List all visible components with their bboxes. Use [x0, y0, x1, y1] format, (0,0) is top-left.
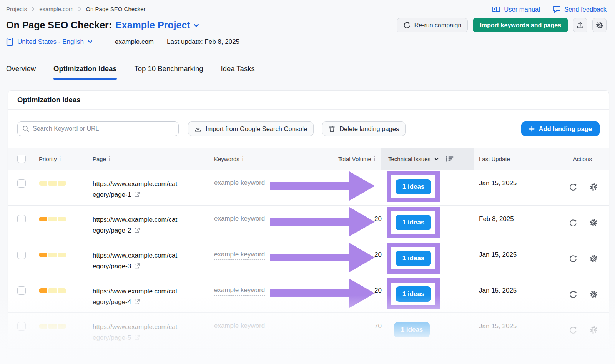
- row-refresh-icon[interactable]: [569, 183, 577, 191]
- tab-overview[interactable]: Overview: [6, 62, 36, 79]
- tab-idea-tasks[interactable]: Idea Tasks: [221, 62, 255, 79]
- last-update-value: Feb 8, 2025: [469, 206, 546, 223]
- page-url-link[interactable]: https://www.example.com/category/page-3: [93, 252, 177, 270]
- row-settings-icon[interactable]: [589, 254, 598, 263]
- delete-landing-pages-button[interactable]: Delete landing pages: [322, 121, 406, 136]
- rerun-campaign-button[interactable]: Re-run campaign: [397, 18, 468, 32]
- column-header-total-volume[interactable]: Total Volumei: [329, 156, 375, 162]
- row-checkbox[interactable]: [17, 322, 26, 331]
- column-header-technical-issues[interactable]: Technical Issues: [375, 148, 469, 170]
- chevron-right-icon: [78, 7, 81, 12]
- ideas-button[interactable]: 1 ideas: [396, 251, 431, 266]
- external-link-icon[interactable]: [134, 334, 140, 341]
- external-link-icon[interactable]: [134, 191, 140, 198]
- tab-label: Optimization Ideas: [53, 65, 116, 73]
- column-header-keywords[interactable]: Keywordsi: [214, 156, 329, 162]
- row-refresh-icon[interactable]: [569, 326, 577, 334]
- project-selector[interactable]: Example Project: [115, 20, 199, 31]
- row-checkbox[interactable]: [17, 251, 26, 259]
- row-settings-icon[interactable]: [589, 218, 598, 227]
- chevron-down-icon: [88, 40, 93, 43]
- annotation-frame: 1 ideas: [387, 278, 440, 309]
- info-icon[interactable]: i: [109, 156, 110, 162]
- import-gsc-button[interactable]: Import from Google Search Console: [188, 121, 314, 136]
- page-url-link[interactable]: https://www.example.com/category/page-2: [93, 216, 177, 234]
- search-box: [17, 121, 179, 136]
- tab-optimization-ideas[interactable]: Optimization Ideas: [53, 62, 116, 79]
- page-url-link[interactable]: https://www.example.com/category/page-1: [93, 180, 177, 198]
- search-input[interactable]: [33, 125, 174, 132]
- info-icon[interactable]: i: [60, 156, 61, 162]
- ideas-button[interactable]: 1 ideas: [396, 286, 431, 302]
- row-checkbox[interactable]: [17, 179, 26, 188]
- last-update-label: Last update: Feb 8, 2025: [167, 38, 239, 46]
- external-link-icon[interactable]: [134, 227, 140, 234]
- info-icon[interactable]: i: [242, 156, 243, 162]
- tab-label: Top 10 Benchmarking: [135, 65, 203, 73]
- page-title-text: On Page SEO Checker:: [6, 20, 112, 31]
- tab-top10-benchmarking[interactable]: Top 10 Benchmarking: [135, 62, 203, 79]
- last-update-value: Jan 15, 2025: [469, 313, 546, 330]
- send-feedback-link[interactable]: Send feedback: [553, 6, 607, 13]
- ideas-button[interactable]: 1 ideas: [396, 215, 431, 230]
- breadcrumb: Projects example.com On Page SEO Checker: [6, 6, 145, 12]
- column-header-priority[interactable]: Priorityi: [39, 156, 93, 162]
- keyword-link[interactable]: example keyword: [214, 286, 265, 296]
- breadcrumb-domain[interactable]: example.com: [39, 6, 73, 12]
- ideas-button[interactable]: 1 ideas: [396, 179, 431, 194]
- page-title: On Page SEO Checker: Example Project: [6, 20, 199, 31]
- column-header-page[interactable]: Pagei: [93, 156, 214, 162]
- export-button[interactable]: [573, 18, 587, 32]
- row-checkbox[interactable]: [17, 286, 26, 295]
- keyword-link[interactable]: example keyword: [214, 179, 265, 188]
- total-volume-value: [336, 170, 382, 180]
- keyword-link[interactable]: example keyword: [214, 322, 265, 331]
- gear-icon: [595, 21, 603, 29]
- breadcrumb-projects[interactable]: Projects: [6, 6, 27, 12]
- domain-label: example.com: [115, 38, 154, 46]
- row-settings-icon[interactable]: [589, 326, 598, 334]
- keyword-link[interactable]: example keyword: [214, 215, 265, 224]
- column-header-actions: Actions: [546, 156, 600, 162]
- add-landing-page-button[interactable]: Add landing page: [521, 121, 600, 136]
- device-icon: [6, 37, 13, 46]
- priority-indicator: [39, 253, 93, 257]
- row-refresh-icon[interactable]: [569, 218, 577, 227]
- add-landing-page-label: Add landing page: [539, 125, 592, 133]
- meta-row: United States - English example.com Last…: [0, 32, 615, 46]
- row-checkbox[interactable]: [17, 215, 26, 223]
- chevron-down-icon: [434, 157, 439, 161]
- row-refresh-icon[interactable]: [569, 290, 577, 299]
- page-url-link[interactable]: https://www.example.com/category/page-5: [93, 323, 177, 341]
- locale-selector[interactable]: United States - English: [6, 37, 93, 46]
- plus-icon: [529, 126, 535, 132]
- import-keywords-button[interactable]: Import keywords and pages: [473, 18, 568, 32]
- ideas-button[interactable]: 1 ideas: [394, 322, 430, 337]
- settings-button[interactable]: [592, 18, 607, 32]
- row-settings-icon[interactable]: [589, 183, 598, 191]
- chevron-right-icon: [32, 7, 35, 12]
- external-link-icon[interactable]: [134, 263, 140, 269]
- column-header-last-update[interactable]: Last Update: [469, 156, 546, 162]
- external-link-icon[interactable]: [134, 299, 140, 305]
- total-volume-value: 70: [336, 313, 382, 330]
- row-settings-icon[interactable]: [589, 290, 598, 299]
- title-row: On Page SEO Checker: Example Project Re-…: [0, 13, 615, 32]
- page-url-link[interactable]: https://www.example.com/category/page-4: [93, 288, 177, 306]
- table-row: https://www.example.com/category/page-3 …: [8, 241, 609, 277]
- top-bar: Projects example.com On Page SEO Checker…: [0, 0, 615, 13]
- annotation-frame: 1 ideas: [387, 243, 440, 274]
- user-manual-link[interactable]: User manual: [492, 6, 540, 13]
- top-links: User manual Send feedback: [492, 6, 607, 13]
- priority-indicator: [39, 181, 93, 186]
- locale-label: United States - English: [17, 38, 84, 46]
- send-feedback-label: Send feedback: [564, 6, 607, 13]
- delete-landing-pages-label: Delete landing pages: [339, 125, 399, 133]
- trash-icon: [329, 125, 335, 133]
- sort-order-icon[interactable]: [445, 156, 454, 162]
- table-row: https://www.example.com/category/page-1 …: [8, 170, 609, 206]
- keyword-link[interactable]: example keyword: [214, 251, 265, 260]
- select-all-checkbox[interactable]: [17, 155, 26, 163]
- row-refresh-icon[interactable]: [569, 254, 577, 263]
- last-update-value: Jan 15, 2025: [469, 277, 546, 294]
